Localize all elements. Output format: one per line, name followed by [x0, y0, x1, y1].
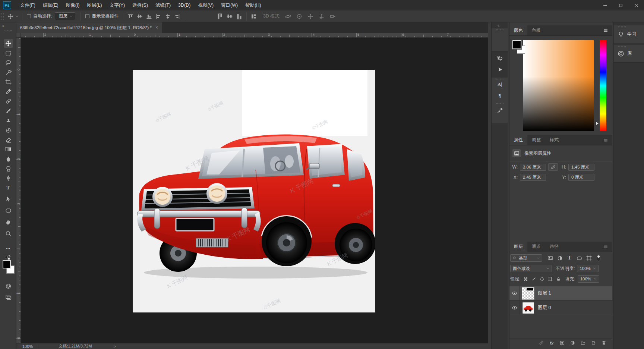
group-layer-icon[interactable] [580, 340, 586, 346]
properties-tab-样式[interactable]: 样式 [545, 135, 563, 145]
align-top-icon[interactable] [126, 12, 135, 21]
eyedropper-tool[interactable] [4, 87, 13, 96]
close-button[interactable] [628, 0, 644, 10]
dock-库[interactable]: 库 [614, 45, 644, 63]
properties-panel-menu-icon[interactable] [603, 138, 609, 144]
align-center-icon[interactable] [164, 12, 172, 21]
layers-tab-路径[interactable]: 路径 [545, 241, 563, 252]
history-panel-icon[interactable] [496, 54, 504, 62]
pen-tool[interactable] [4, 174, 13, 183]
fx-layer-icon[interactable]: fx [548, 340, 555, 346]
height-field[interactable]: 1.45 厘米 [568, 164, 594, 171]
mask-layer-icon[interactable] [559, 340, 565, 346]
3d-slide-icon[interactable] [318, 12, 326, 21]
properties-tab-调整[interactable]: 调整 [527, 135, 545, 145]
quick-select-tool[interactable] [4, 68, 13, 77]
new-layer-layer-icon[interactable] [590, 340, 597, 346]
lock-move-icon[interactable] [538, 276, 546, 282]
screen-mode-icon[interactable] [4, 293, 13, 302]
menu-item-视图(V)[interactable]: 视图(V) [194, 0, 217, 10]
opacity-dropdown[interactable]: 100% [577, 265, 599, 272]
spot-heal-tool[interactable] [4, 97, 13, 106]
align-middle-icon[interactable] [136, 12, 144, 21]
filter-type-icon[interactable]: T [565, 254, 574, 262]
marquee-tool[interactable] [4, 48, 13, 57]
align-bottom-icon[interactable] [145, 12, 153, 21]
menu-item-编辑(E)[interactable]: 编辑(E) [39, 0, 62, 10]
blend-mode-dropdown[interactable]: 颜色减淡 [510, 265, 552, 272]
layer-row-图层 1[interactable]: 图层 1 [509, 286, 612, 301]
status-chevron[interactable]: > [97, 344, 116, 349]
blur-tool[interactable] [4, 154, 13, 163]
layer-name[interactable]: 图层 1 [538, 290, 551, 296]
dock-学习[interactable]: 学习 [614, 25, 644, 43]
tab-close-icon[interactable]: × [155, 25, 158, 30]
lock-all-icon[interactable] [555, 276, 562, 282]
filter-toggle[interactable] [597, 255, 600, 261]
path-select-tool[interactable] [4, 194, 13, 203]
color-tab-颜色[interactable]: 颜色 [509, 25, 527, 35]
dodge-tool[interactable] [4, 164, 13, 173]
color-panel-menu-icon[interactable] [603, 28, 609, 34]
menu-item-图像(I)[interactable]: 图像(I) [62, 0, 83, 10]
layer-visibility-toggle[interactable] [509, 286, 520, 301]
align-right-icon[interactable] [173, 12, 181, 21]
lock-artboard-icon[interactable] [546, 276, 554, 282]
auto-select-checkbox[interactable] [27, 14, 31, 18]
layers-tab-通道[interactable]: 通道 [527, 241, 545, 252]
menu-item-选择(S)[interactable]: 选择(S) [129, 0, 152, 10]
brush-tool[interactable] [4, 106, 13, 115]
menu-item-帮助(H)[interactable]: 帮助(H) [242, 0, 265, 10]
3d-orbit-icon[interactable] [284, 12, 292, 21]
color-foreground-swatch[interactable] [512, 40, 521, 49]
document-tab[interactable]: 636b3e32ffe8eeb72caad4af41215fac.jpg @ 1… [16, 22, 162, 33]
foreground-color-swatch[interactable] [3, 260, 11, 268]
document-canvas[interactable]: ©千图网©千图网©千图网K 千图网K 千图网K 千图网K 千图网K 千图网©千图… [133, 70, 375, 312]
x-field[interactable]: 2.45 厘米 [520, 174, 546, 181]
layer-name[interactable]: 图层 0 [538, 305, 551, 311]
3d-pan-icon[interactable] [306, 12, 315, 21]
lock-transparent-icon[interactable] [522, 276, 529, 282]
menu-item-图层(L)[interactable]: 图层(L) [83, 0, 105, 10]
auto-select-dropdown[interactable]: 图层 [55, 12, 75, 20]
hand-tool[interactable] [4, 217, 13, 226]
layer-thumbnail[interactable] [522, 302, 534, 314]
clone-stamp-tool[interactable] [4, 116, 13, 125]
layers-filter-dropdown[interactable]: 类型 [510, 254, 542, 262]
distribute-top-icon[interactable] [216, 12, 224, 21]
dock-collapse-icon[interactable]: « [498, 23, 499, 28]
tool-presets-panel-icon[interactable] [496, 106, 504, 114]
align-left-icon[interactable] [154, 12, 162, 21]
distribute-middle-icon[interactable] [225, 12, 234, 21]
menu-item-文字(Y)[interactable]: 文字(Y) [106, 0, 129, 10]
hue-slider-marker[interactable] [596, 122, 599, 125]
shape-tool[interactable] [4, 206, 13, 215]
zoom-level[interactable]: 100% [16, 344, 38, 349]
menu-item-文件(F)[interactable]: 文件(F) [16, 0, 39, 10]
paragraph-panel-icon[interactable]: ¶ [496, 91, 504, 100]
lock-paint-icon[interactable] [530, 276, 537, 282]
layers-tab-图层[interactable]: 图层 [509, 241, 527, 252]
filter-shape-icon[interactable] [575, 254, 583, 262]
move-tool-icon[interactable] [6, 12, 15, 21]
filter-smart-object-icon[interactable] [585, 254, 593, 262]
menu-item-窗口(W)[interactable]: 窗口(W) [217, 0, 242, 10]
link-layer-icon[interactable] [538, 340, 544, 346]
layer-row-图层 0[interactable]: 图层 0 [509, 301, 612, 315]
type-tool[interactable]: T [4, 183, 13, 192]
character-panel-icon[interactable]: A| [496, 80, 504, 88]
actions-panel-icon[interactable] [496, 65, 504, 73]
width-field[interactable]: 3.06 厘米 [520, 164, 546, 171]
zoom-tool[interactable] [4, 229, 13, 238]
layers-panel-menu-icon[interactable] [603, 244, 609, 250]
maximize-button[interactable] [613, 0, 628, 10]
hue-slider[interactable] [600, 40, 606, 131]
lasso-tool[interactable] [4, 58, 13, 67]
eraser-tool[interactable] [4, 135, 13, 144]
layer-thumbnail[interactable] [522, 287, 534, 299]
quick-mask-icon[interactable] [4, 282, 13, 290]
filter-image-icon[interactable] [546, 254, 554, 262]
menu-item-滤镜(T)[interactable]: 滤镜(T) [152, 0, 174, 10]
y-field[interactable]: 0 厘米 [568, 174, 594, 181]
distribute-bottom-icon[interactable] [235, 12, 243, 21]
